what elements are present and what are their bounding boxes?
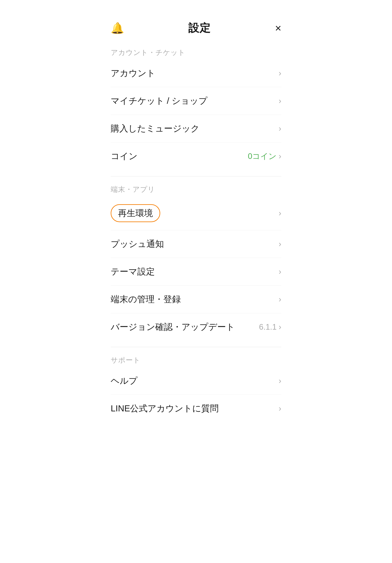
chevron-icon-playback-env: ›	[279, 209, 281, 218]
menu-item-right-my-ticket: ›	[279, 97, 281, 105]
chevron-icon-account: ›	[279, 69, 281, 78]
chevron-icon-purchased-music: ›	[279, 124, 281, 133]
section-label-device-section: 端末・アプリ	[111, 185, 281, 194]
chevron-icon-push-notify: ›	[279, 240, 281, 249]
menu-item-right-line-official: ›	[279, 404, 281, 413]
menu-item-value-coins: 0コイン	[248, 151, 276, 162]
menu-item-line-official[interactable]: LINE公式アカウントに質問›	[111, 395, 281, 422]
menu-item-theme[interactable]: テーマ設定›	[111, 258, 281, 286]
menu-item-label-version: バージョン確認・アップデート	[111, 321, 235, 333]
menu-item-label-line-official: LINE公式アカウントに質問	[111, 403, 219, 414]
chevron-icon-line-official: ›	[279, 404, 281, 413]
section-divider-1	[111, 176, 281, 176]
header: 🔔 設定 ×	[111, 13, 281, 48]
menu-item-playback-env[interactable]: 再生環境›	[111, 196, 281, 230]
close-button[interactable]: ×	[275, 22, 281, 34]
menu-item-purchased-music[interactable]: 購入したミュージック›	[111, 115, 281, 142]
menu-item-device-manage[interactable]: 端末の管理・登録›	[111, 286, 281, 313]
menu-item-right-push-notify: ›	[279, 240, 281, 249]
menu-item-version[interactable]: バージョン確認・アップデート6.1.1›	[111, 313, 281, 341]
section-label-support-section: サポート	[111, 356, 281, 365]
menu-item-right-theme: ›	[279, 267, 281, 276]
menu-item-right-playback-env: ›	[279, 209, 281, 218]
chevron-icon-device-manage: ›	[279, 295, 281, 304]
menu-item-label-help: ヘルプ	[111, 375, 138, 387]
section-support-section: サポートヘルプ›LINE公式アカウントに質問›	[111, 356, 281, 422]
menu-item-my-ticket[interactable]: マイチケット / ショップ›	[111, 87, 281, 115]
menu-item-value-version: 6.1.1	[259, 323, 277, 332]
menu-item-label-push-notify: プッシュ通知	[111, 238, 164, 250]
menu-item-right-purchased-music: ›	[279, 124, 281, 133]
section-device-section: 端末・アプリ再生環境›プッシュ通知›テーマ設定›端末の管理・登録›バージョン確認…	[111, 185, 281, 341]
menu-item-coins[interactable]: コイン0コイン›	[111, 142, 281, 170]
menu-item-label-my-ticket: マイチケット / ショップ	[111, 95, 208, 107]
menu-item-help[interactable]: ヘルプ›	[111, 367, 281, 395]
menu-item-label-purchased-music: 購入したミュージック	[111, 123, 199, 134]
menu-item-account[interactable]: アカウント›	[111, 60, 281, 87]
section-label-account-section: アカウント・チケット	[111, 48, 281, 57]
menu-item-label-device-manage: 端末の管理・登録	[111, 294, 181, 305]
menu-item-right-account: ›	[279, 69, 281, 78]
menu-item-right-version: 6.1.1›	[259, 323, 281, 332]
menu-item-right-device-manage: ›	[279, 295, 281, 304]
sections-container: アカウント・チケットアカウント›マイチケット / ショップ›購入したミュージック…	[111, 48, 281, 422]
section-divider-2	[111, 347, 281, 347]
chevron-icon-help: ›	[279, 376, 281, 385]
menu-item-label-playback-env: 再生環境	[111, 204, 160, 222]
menu-item-label-account: アカウント	[111, 67, 156, 79]
menu-item-right-help: ›	[279, 376, 281, 385]
page-container: 🔔 設定 × アカウント・チケットアカウント›マイチケット / ショップ›購入し…	[102, 0, 290, 439]
chevron-icon-version: ›	[279, 323, 281, 332]
menu-item-right-coins: 0コイン›	[248, 151, 281, 162]
chevron-icon-theme: ›	[279, 267, 281, 276]
menu-item-push-notify[interactable]: プッシュ通知›	[111, 230, 281, 258]
chevron-icon-my-ticket: ›	[279, 97, 281, 105]
menu-item-label-coins: コイン	[111, 150, 138, 162]
page-title: 設定	[188, 21, 211, 35]
bell-icon: 🔔	[111, 22, 124, 35]
chevron-icon-coins: ›	[279, 152, 281, 161]
section-account-section: アカウント・チケットアカウント›マイチケット / ショップ›購入したミュージック…	[111, 48, 281, 170]
menu-item-label-theme: テーマ設定	[111, 266, 155, 277]
